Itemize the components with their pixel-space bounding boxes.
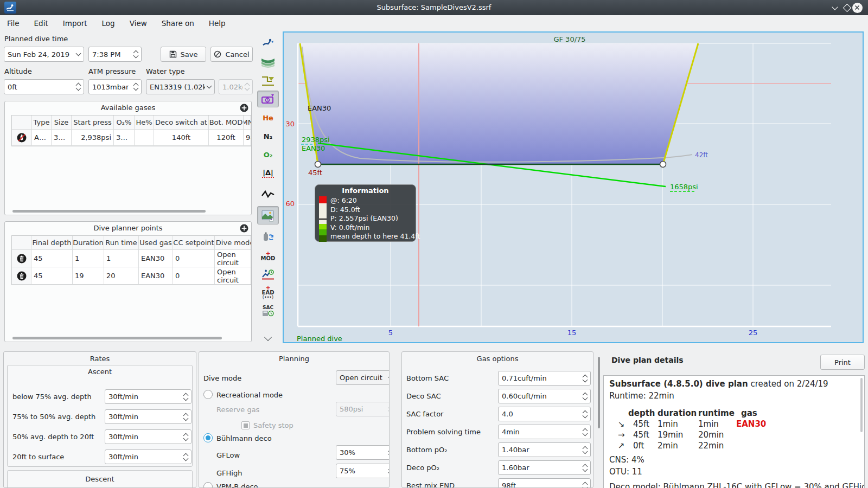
available-gases-panel: Available gases Type Size Start press O₂… (4, 101, 252, 215)
gas-he-cell[interactable] (135, 130, 154, 146)
remove-cylinder-icon[interactable] (12, 130, 32, 146)
toolbar-gas-change-button[interactable] (257, 228, 279, 245)
toolbar-mod-button[interactable]: + MOD (257, 247, 279, 264)
dive-mode-combobox[interactable]: Open circuit (336, 370, 390, 385)
ascent-rate-spinbox[interactable]: 30ft/min (105, 389, 192, 404)
point-runtime-cell[interactable]: 20 (104, 267, 139, 285)
deco-po2-spinbox[interactable]: 1.60bar (498, 460, 591, 475)
toolbar-scroll-down-button[interactable] (257, 330, 279, 346)
dive-profile-chart[interactable]: GF 30/75 30 60 5 15 25 EAN30 2938psi EAN… (283, 31, 864, 343)
minimize-button[interactable] (829, 2, 840, 13)
plan-notes-box: Subsurface (4.8.5.0) dive plan created o… (603, 375, 865, 488)
best-mix-end-label: Best mix END (406, 481, 455, 488)
toolbar-ead-button[interactable]: + EAD (•••) (257, 284, 279, 301)
toolbar-ndl-button[interactable] (257, 266, 279, 282)
bottom-po2-spinbox[interactable]: 1.40bar (498, 442, 591, 457)
menu-view[interactable]: View (130, 19, 147, 28)
safety-stop-label: Safety stop (253, 421, 293, 429)
water-type-combobox[interactable]: EN13319 (1.02k (146, 79, 215, 94)
point-gas-cell[interactable]: EAN30 (139, 267, 173, 285)
deco-sac-spinbox[interactable]: 0.60cuft/min (498, 389, 591, 403)
maximize-button[interactable] (841, 2, 852, 13)
ascent-rate-spinbox[interactable]: 30ft/min (105, 409, 192, 424)
start-gas-label: EAN30 (302, 144, 325, 152)
bottom-sac-label: Bottom SAC (406, 374, 449, 382)
menu-file[interactable]: File (7, 19, 20, 28)
horizontal-scrollbar[interactable] (12, 210, 206, 213)
vertical-scrollbar[interactable] (598, 357, 600, 428)
altitude-spinbox[interactable]: 0ft (4, 79, 84, 94)
toolbar-he-button[interactable]: He (257, 110, 279, 126)
point-depth-cell[interactable]: 45 (31, 250, 73, 267)
toolbar-photos-button[interactable] (257, 206, 279, 224)
gas-size-cell[interactable]: 3… (52, 130, 72, 146)
point-setpoint-cell[interactable]: 0 (173, 267, 215, 285)
point-duration-cell[interactable]: 1 (73, 250, 104, 267)
menu-share-on[interactable]: Share on (162, 19, 194, 28)
ascent-rate-spinbox[interactable]: 30ft/min (105, 429, 192, 444)
best-mix-end-spinbox[interactable]: 98ft (498, 478, 591, 488)
delete-point-icon[interactable] (12, 250, 31, 267)
menu-help[interactable]: Help (209, 19, 226, 28)
save-button[interactable]: Save (161, 47, 206, 62)
point-divemode-cell[interactable]: Open circuit (215, 267, 251, 285)
water-type-label: Water type (146, 67, 185, 75)
tooltip-pressure: P: 2,557psi (EAN30) (330, 214, 420, 223)
gas-startpress-cell[interactable]: 2,938psi (72, 130, 114, 146)
toolbar-sac-button[interactable]: SAC (257, 303, 279, 319)
gas-o2-cell[interactable]: 3… (114, 130, 135, 146)
buhlmann-deco-radio[interactable] (203, 433, 213, 442)
menu-log[interactable]: Log (102, 19, 115, 28)
toolbar-dive-profile-button[interactable] (257, 35, 279, 52)
point-gas-cell[interactable]: EAN30 (139, 250, 173, 267)
profile-handle[interactable] (315, 162, 321, 168)
atm-pressure-spinbox[interactable]: 1013mbar (88, 79, 142, 94)
cancel-button[interactable]: Cancel (210, 47, 253, 62)
toolbar-layers-button[interactable] (257, 54, 279, 70)
delete-point-icon[interactable] (12, 267, 31, 285)
problem-time-spinbox[interactable]: 4min (498, 425, 591, 439)
menu-edit[interactable]: Edit (34, 19, 48, 28)
toolbar-heartrate-button[interactable] (257, 185, 279, 202)
point-divemode-cell[interactable]: Open circuit (215, 250, 251, 267)
toolbar-ruler-time-button[interactable] (257, 91, 279, 107)
dive-time-spinbox[interactable]: 7:38 PM (88, 47, 142, 62)
toolbar-ceiling-button[interactable] (257, 72, 279, 89)
photos-icon (261, 209, 275, 222)
buhlmann-deco-label: Bühlmann deco (216, 434, 272, 442)
toolbar-n2-button[interactable]: N₂ (257, 128, 279, 145)
add-gas-button[interactable] (240, 104, 248, 112)
toolbar-o2-button[interactable]: O₂ (257, 146, 279, 163)
vpmb-deco-radio[interactable] (203, 482, 213, 488)
horizontal-scrollbar[interactable] (12, 337, 222, 339)
start-pressure-label: 2938psi (302, 136, 330, 144)
plan-scrollbar[interactable] (860, 378, 863, 432)
print-button[interactable]: Print (820, 355, 865, 370)
point-runtime-cell[interactable]: 1 (104, 250, 139, 267)
gfhigh-spinbox[interactable]: 75% (336, 464, 390, 478)
gas-mnd-cell[interactable]: 98ft (244, 130, 251, 146)
gflow-spinbox[interactable]: 30% (336, 445, 390, 460)
planning-title: Planning (199, 355, 389, 363)
chevron-down-icon (387, 377, 390, 379)
add-point-button[interactable] (240, 224, 248, 233)
menu-import[interactable]: Import (63, 19, 87, 28)
title-bar: Subsurface: SampleDivesV2.ssrf (0, 0, 868, 15)
planned-dive-time-label: Planned dive time (4, 35, 68, 43)
ascent-rate-spinbox[interactable]: 30ft/min (105, 450, 192, 464)
recreational-mode-radio[interactable] (203, 390, 213, 399)
bottom-sac-spinbox[interactable]: 0.71cuft/min (498, 371, 591, 386)
gas-type-cell[interactable]: A… (32, 130, 52, 146)
tooltip-title: Information (315, 187, 416, 195)
sac-factor-spinbox[interactable]: 4.0 (498, 407, 591, 421)
gas-decoswitch-cell[interactable]: 140ft (154, 130, 209, 146)
dive-date-combobox[interactable]: Sun Feb 24, 2019 (4, 47, 84, 62)
point-depth-cell[interactable]: 45 (31, 267, 73, 285)
toolbar-tissue-delta-button[interactable]: |Δ| (257, 165, 279, 182)
profile-handle[interactable] (660, 162, 666, 168)
point-setpoint-cell[interactable]: 0 (173, 250, 215, 267)
gas-botmod-cell[interactable]: 120ft (209, 130, 244, 146)
menu-bar: File Edit Import Log View Share on Help (0, 15, 868, 31)
point-duration-cell[interactable]: 19 (73, 267, 104, 285)
close-button[interactable] (852, 2, 863, 13)
